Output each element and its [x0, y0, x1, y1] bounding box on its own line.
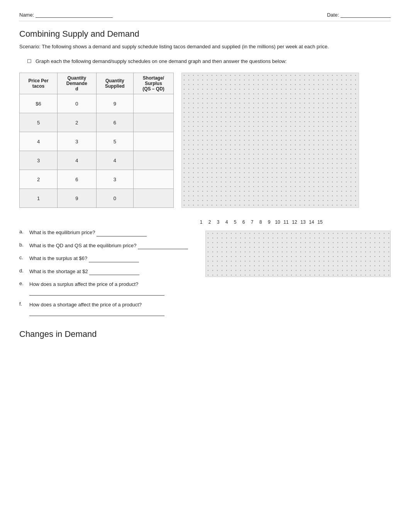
table-cell-4-2: 3 — [96, 170, 133, 189]
axis-number: 8 — [256, 219, 265, 225]
col-header-qd: QuantityDemanded — [58, 73, 97, 94]
name-input[interactable] — [36, 12, 113, 18]
table-cell-5-1: 9 — [58, 189, 97, 208]
question-row-a: a.What is the equilibrium price? — [19, 229, 198, 236]
table-cell-0-3[interactable] — [134, 94, 174, 113]
table-cell-0-2: 9 — [96, 94, 133, 113]
instruction-block: ☐ Graph each the following demand/supply… — [27, 58, 391, 65]
dot-grid-bottom — [205, 231, 391, 277]
supply-demand-table: Price Pertacos QuantityDemanded Quantity… — [19, 73, 174, 208]
question-row-f: f.How does a shortage affect the price o… — [19, 301, 198, 316]
question-text: What is the equilibrium price? — [29, 229, 147, 236]
axis-number: 3 — [214, 219, 222, 225]
answer-line[interactable] — [89, 269, 139, 275]
table-cell-5-3[interactable] — [134, 189, 174, 208]
axis-number-section: 123456789101112131415 — [19, 219, 391, 225]
question-text: What is the surplus at $6? — [29, 255, 139, 262]
left-questions: a.What is the equilibrium price? b.What … — [19, 229, 198, 321]
table-cell-3-1: 4 — [58, 151, 97, 170]
question-label: b. — [19, 242, 27, 248]
axis-numbers: 123456789101112131415 — [197, 219, 324, 225]
answer-line[interactable] — [29, 289, 164, 296]
question-text: What is the shortage at $2 — [29, 268, 139, 275]
table-cell-2-3[interactable] — [134, 132, 174, 151]
table-row: 190 — [20, 189, 174, 208]
table-cell-4-1: 6 — [58, 170, 97, 189]
axis-number: 12 — [290, 219, 299, 225]
answer-line[interactable] — [29, 310, 164, 316]
table-cell-3-3[interactable] — [134, 151, 174, 170]
answer-line[interactable] — [89, 256, 139, 262]
axis-number: 14 — [307, 219, 316, 225]
instruction-text: Graph each the following demand/supply s… — [36, 58, 286, 65]
table-cell-0-1: 0 — [58, 94, 97, 113]
question-label: a. — [19, 229, 27, 235]
question-row-c: c.What is the surplus at $6? — [19, 255, 198, 262]
axis-number: 15 — [316, 219, 324, 225]
axis-number: 6 — [239, 219, 248, 225]
page-title: Combining Supply and Demand — [19, 29, 391, 39]
dot-grid-top — [181, 73, 359, 208]
table-cell-1-0: 5 — [20, 113, 58, 132]
axis-number: 7 — [248, 219, 256, 225]
table-row: 263 — [20, 170, 174, 189]
axis-number: 4 — [222, 219, 231, 225]
table-cell-1-3[interactable] — [134, 113, 174, 132]
scenario-text: Scenario: The following shows a demand a… — [19, 43, 391, 51]
question-text: How does a surplus affect the price of a… — [29, 280, 198, 296]
table-cell-0-0: $6 — [20, 94, 58, 113]
table-graph-section: Price Pertacos QuantityDemanded Quantity… — [19, 73, 391, 208]
table-row: $609 — [20, 94, 174, 113]
right-graph-area — [205, 229, 391, 321]
date-field: Date: — [327, 12, 391, 18]
date-label: Date: — [327, 12, 339, 18]
table-row: 526 — [20, 113, 174, 132]
question-row-b: b.What is the QD and QS at the equilibri… — [19, 242, 198, 250]
table-row: 344 — [20, 151, 174, 170]
name-date-row: Name: Date: — [19, 12, 391, 21]
table-cell-3-2: 4 — [96, 151, 133, 170]
question-label: e. — [19, 280, 27, 286]
question-label: f. — [19, 301, 27, 307]
col-header-price: Price Pertacos — [20, 73, 58, 94]
table-cell-2-2: 5 — [96, 132, 133, 151]
name-field: Name: — [19, 12, 113, 18]
question-row-d: d.What is the shortage at $2 — [19, 268, 198, 275]
table-cell-2-0: 4 — [20, 132, 58, 151]
question-row-e: e.How does a surplus affect the price of… — [19, 280, 198, 296]
axis-number: 13 — [299, 219, 307, 225]
axis-number: 11 — [282, 219, 290, 225]
question-label: d. — [19, 268, 27, 274]
table-cell-1-2: 6 — [96, 113, 133, 132]
bullet-icon: ☐ — [27, 58, 32, 64]
table-cell-5-2: 0 — [96, 189, 133, 208]
graph-area-top — [181, 73, 359, 208]
col-header-ss: Shortage/Surplus(QS – QD) — [134, 73, 174, 94]
table-cell-5-0: 1 — [20, 189, 58, 208]
table-cell-4-0: 2 — [20, 170, 58, 189]
axis-number: 1 — [197, 219, 205, 225]
axis-number: 2 — [205, 219, 214, 225]
date-input[interactable] — [341, 12, 391, 18]
col-header-qs: QuantitySupplied — [96, 73, 133, 94]
axis-number: 5 — [231, 219, 239, 225]
table-cell-3-0: 3 — [20, 151, 58, 170]
questions-area: 123456789101112131415 a.What is the equi… — [19, 219, 391, 321]
table-cell-4-3[interactable] — [134, 170, 174, 189]
lower-section: a.What is the equilibrium price? b.What … — [19, 229, 391, 321]
table-row: 435 — [20, 132, 174, 151]
bottom-section-title: Changes in Demand — [19, 329, 391, 339]
question-text: What is the QD and QS at the equilibrium… — [29, 242, 188, 250]
answer-line[interactable] — [138, 243, 188, 249]
answer-line[interactable] — [97, 230, 147, 236]
question-label: c. — [19, 255, 27, 260]
table-cell-2-1: 3 — [58, 132, 97, 151]
table-cell-1-1: 2 — [58, 113, 97, 132]
name-label: Name: — [19, 12, 34, 18]
axis-number: 9 — [265, 219, 273, 225]
question-text: How does a shortage affect the price of … — [29, 301, 198, 316]
axis-number: 10 — [273, 219, 282, 225]
